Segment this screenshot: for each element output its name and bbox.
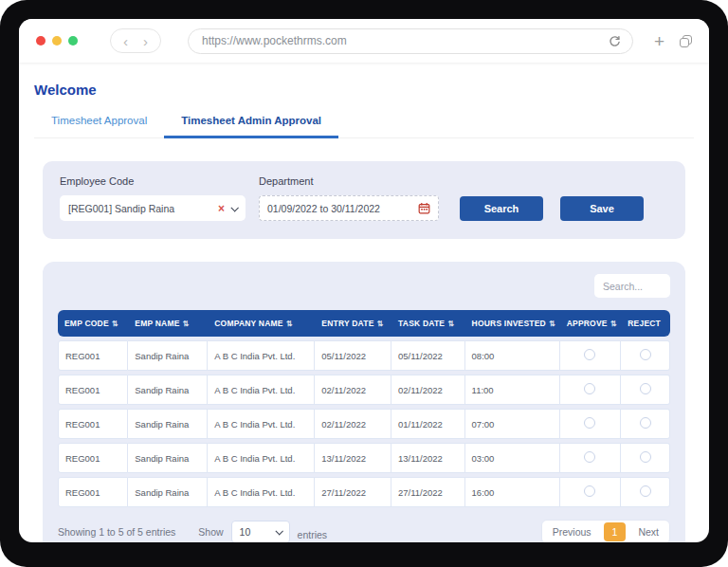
column-header-reject[interactable]: REJECT xyxy=(621,310,670,337)
tab-timesheet-admin-approval[interactable]: Timesheet Admin Approval xyxy=(164,111,338,138)
task-date-cell: 01/11/2022 xyxy=(391,409,465,439)
column-header-task-date[interactable]: TASK DATE⇅ xyxy=(391,310,465,337)
sort-icon: ⇅ xyxy=(549,320,555,328)
column-header-company-name[interactable]: COMPANY NAME⇅ xyxy=(208,310,315,337)
device-frame: ‹ › + Welcome Timesheet Approval Time xyxy=(0,0,728,567)
search-button[interactable]: Search xyxy=(460,196,543,221)
emp-name-cell: Sandip Raina xyxy=(128,443,208,473)
company-name-cell: A B C India Pvt. Ltd. xyxy=(208,477,315,507)
page-size-select[interactable]: 10 xyxy=(231,521,290,542)
table-row: REG001 Sandip Raina A B C India Pvt. Ltd… xyxy=(58,409,670,439)
column-header-approve[interactable]: APPROVE⇅ xyxy=(560,310,622,337)
window-controls xyxy=(36,36,78,46)
entry-date-cell: 27/11/2022 xyxy=(315,477,391,507)
tab-bar: Timesheet Approval Timesheet Admin Appro… xyxy=(34,111,694,138)
page-title: Welcome xyxy=(34,82,694,98)
emp-code-cell: REG001 xyxy=(58,477,128,507)
hours-invested-cell: 03:00 xyxy=(465,443,560,473)
next-button[interactable]: Next xyxy=(628,521,669,542)
emp-name-cell: Sandip Raina xyxy=(128,340,208,371)
filter-panel: Employee Code [REG001] Sandip Raina × De… xyxy=(43,161,685,239)
new-tab-icon[interactable]: + xyxy=(654,32,664,50)
previous-button[interactable]: Previous xyxy=(542,521,602,542)
pagination: Previous 1 Next xyxy=(541,520,670,542)
url-bar[interactable] xyxy=(188,28,633,54)
chevron-down-icon xyxy=(275,527,282,535)
timesheet-table: EMP CODE⇅ EMP NAME⇅ COMPANY NAME⇅ ENTRY … xyxy=(58,306,670,511)
date-range-value: 01/09/2022 to 30/11/2022 xyxy=(267,203,418,214)
approve-radio[interactable] xyxy=(584,349,595,360)
sort-icon: ⇅ xyxy=(183,320,190,328)
nav-controls: ‹ › xyxy=(110,28,161,53)
approve-radio[interactable] xyxy=(584,451,595,463)
calendar-icon xyxy=(418,202,430,214)
date-range-input[interactable]: 01/09/2022 to 30/11/2022 xyxy=(259,195,439,221)
entry-date-cell: 13/11/2022 xyxy=(315,443,391,473)
emp-name-cell: Sandip Raina xyxy=(128,375,208,405)
reject-radio[interactable] xyxy=(640,417,651,429)
sort-icon: ⇅ xyxy=(610,320,617,328)
show-label: Show xyxy=(198,526,223,538)
minimize-window-button[interactable] xyxy=(52,36,62,46)
task-date-cell: 13/11/2022 xyxy=(391,443,465,473)
approve-radio[interactable] xyxy=(584,485,595,497)
approve-radio[interactable] xyxy=(584,383,595,394)
emp-code-cell: REG001 xyxy=(58,375,128,405)
page-size-group: Show 10 entries xyxy=(198,521,327,542)
task-date-cell: 02/11/2022 xyxy=(391,375,465,405)
reject-radio[interactable] xyxy=(640,451,651,463)
hours-invested-cell: 11:00 xyxy=(465,375,560,405)
emp-name-cell: Sandip Raina xyxy=(128,409,208,439)
employee-code-select[interactable]: [REG001] Sandip Raina × xyxy=(60,195,246,221)
showing-entries-text: Showing 1 to 5 of 5 entries xyxy=(58,526,175,538)
emp-code-cell: REG001 xyxy=(58,340,128,371)
reload-icon[interactable] xyxy=(609,35,621,47)
reject-radio[interactable] xyxy=(640,383,651,394)
employee-code-group: Employee Code [REG001] Sandip Raina × xyxy=(60,175,246,221)
chevron-down-icon xyxy=(230,204,238,211)
zoom-window-button[interactable] xyxy=(68,36,78,46)
task-date-cell: 05/11/2022 xyxy=(391,340,465,371)
emp-code-cell: REG001 xyxy=(58,409,128,439)
company-name-cell: A B C India Pvt. Ltd. xyxy=(208,375,315,405)
column-header-emp-name[interactable]: EMP NAME⇅ xyxy=(128,310,208,337)
emp-name-cell: Sandip Raina xyxy=(128,477,208,507)
clear-selection-icon[interactable]: × xyxy=(218,202,225,215)
hours-invested-cell: 08:00 xyxy=(465,340,560,371)
sort-icon: ⇅ xyxy=(377,320,384,328)
entries-label: entries xyxy=(298,529,328,540)
tab-timesheet-approval[interactable]: Timesheet Approval xyxy=(34,111,164,137)
column-header-entry-date[interactable]: ENTRY DATE⇅ xyxy=(315,310,391,337)
table-panel: EMP CODE⇅ EMP NAME⇅ COMPANY NAME⇅ ENTRY … xyxy=(43,262,685,542)
table-search-input[interactable] xyxy=(594,274,670,298)
hours-invested-cell: 07:00 xyxy=(465,409,560,439)
entry-date-cell: 02/11/2022 xyxy=(315,409,391,439)
table-row: REG001 Sandip Raina A B C India Pvt. Ltd… xyxy=(58,477,670,507)
company-name-cell: A B C India Pvt. Ltd. xyxy=(208,443,315,473)
page-1-button[interactable]: 1 xyxy=(604,522,627,541)
reject-radio[interactable] xyxy=(640,349,651,360)
page-content: Welcome Timesheet Approval Timesheet Adm… xyxy=(19,63,709,542)
table-header-row: EMP CODE⇅ EMP NAME⇅ COMPANY NAME⇅ ENTRY … xyxy=(58,310,670,337)
sort-icon: ⇅ xyxy=(447,320,454,328)
company-name-cell: A B C India Pvt. Ltd. xyxy=(208,409,315,439)
save-button[interactable]: Save xyxy=(560,196,644,221)
department-label: Department xyxy=(259,175,439,187)
close-window-button[interactable] xyxy=(36,36,46,46)
back-icon[interactable]: ‹ xyxy=(123,34,128,48)
employee-code-label: Employee Code xyxy=(60,175,246,187)
column-header-emp-code[interactable]: EMP CODE⇅ xyxy=(58,310,128,337)
entry-date-cell: 05/11/2022 xyxy=(315,340,391,371)
table-row: REG001 Sandip Raina A B C India Pvt. Ltd… xyxy=(58,340,670,371)
column-header-hours-invested[interactable]: HOURS INVESTED⇅ xyxy=(465,310,560,337)
company-name-cell: A B C India Pvt. Ltd. xyxy=(208,340,315,371)
browser-window: ‹ › + Welcome Timesheet Approval Time xyxy=(19,19,709,542)
table-row: REG001 Sandip Raina A B C India Pvt. Ltd… xyxy=(58,443,670,473)
hours-invested-cell: 16:00 xyxy=(465,477,560,507)
forward-icon[interactable]: › xyxy=(143,34,148,48)
approve-radio[interactable] xyxy=(584,417,595,429)
task-date-cell: 27/11/2022 xyxy=(391,477,465,507)
tab-overview-icon[interactable] xyxy=(680,35,692,47)
url-input[interactable] xyxy=(200,33,609,48)
reject-radio[interactable] xyxy=(640,485,651,497)
